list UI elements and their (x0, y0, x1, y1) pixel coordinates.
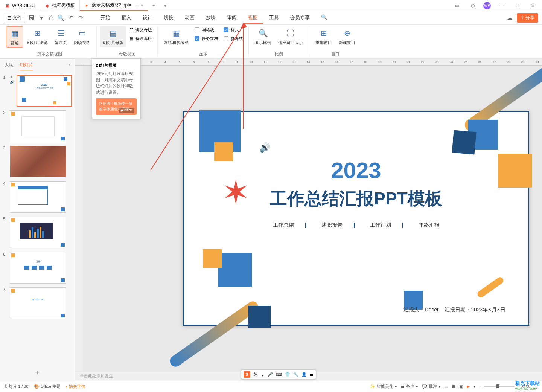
slide-master-button[interactable]: ▤ 幻灯片母版 (100, 26, 126, 47)
beautify-button[interactable]: ✨ 智能美化 ▾ (370, 384, 397, 389)
tab-document[interactable]: ▸ 演示文稿素材2.pptx ○ ▾ (80, 0, 148, 11)
slide-thumb-4[interactable] (10, 181, 66, 213)
slide-thumb-3[interactable] (10, 146, 66, 177)
notes-toggle[interactable]: ☰ 备注 ▾ (401, 384, 418, 389)
taskpane-check[interactable]: ✓ 任务窗格 (192, 35, 221, 42)
tab-insert[interactable]: 插入 (116, 12, 137, 24)
tab-tools[interactable]: 工具 (264, 12, 284, 24)
tab-menu-icon[interactable]: ○ (136, 3, 139, 8)
group-label: 比例 (275, 50, 283, 57)
ime-skin-icon[interactable]: 👕 (285, 372, 290, 377)
tab-animation[interactable]: 动画 (180, 12, 200, 24)
view-sorter-icon[interactable]: ⊞ (452, 384, 455, 389)
preview-icon[interactable]: 🔍 (58, 15, 64, 21)
folder-icon[interactable]: ▾ (38, 15, 45, 21)
cube-icon[interactable]: ⬡ (467, 0, 478, 11)
share-button[interactable]: ⇧ 分享 (517, 13, 538, 23)
save-icon[interactable]: 🖫 (28, 15, 35, 21)
slide-footer[interactable]: 汇报人：Docer 汇报日期：2023年X月X日 (403, 307, 505, 313)
slide-canvas[interactable]: ✶ 🔊 2023 工作总结汇报PPT模板 工作总结 述职报告 工作计划 年终汇报… (183, 111, 529, 326)
ime-voice-icon[interactable]: 🎤 (268, 372, 273, 377)
slide-counter[interactable]: 幻灯片 1 / 30 (5, 384, 29, 389)
tooltip-video[interactable]: 巧用PPT母版统一修改字体颜色与背景 ▶ 02:32 (96, 98, 137, 115)
canvas-area[interactable]: ✶ 🔊 2023 工作总结汇报PPT模板 工作总结 述职报告 工作计划 年终汇报… (82, 66, 542, 371)
slide-sorter-button[interactable]: ⊞ 幻灯片浏览 (24, 26, 51, 47)
outline-tab[interactable]: 大纲 (5, 62, 14, 70)
minimize-button[interactable]: — (496, 0, 507, 11)
layout-icon[interactable]: ▭ (452, 0, 462, 11)
slide-thumb-5[interactable] (10, 217, 66, 248)
ime-keyboard-icon[interactable]: ⌨ (276, 372, 282, 377)
redo-icon[interactable]: ↷ (77, 15, 84, 21)
notes-page-button[interactable]: ☰ 备注页 (52, 26, 70, 47)
handout-master-button[interactable]: ☷ 讲义母版 (127, 26, 154, 34)
tab-label: 找稻壳模板 (52, 2, 75, 9)
new-tab-button[interactable]: + (148, 0, 160, 11)
panel-close-icon[interactable]: ‹ (69, 62, 70, 70)
tab-start[interactable]: 开始 (95, 12, 116, 24)
slide-thumb-6[interactable]: 目录 (10, 252, 66, 284)
ime-user-icon[interactable]: 👤 (301, 372, 307, 377)
group-label: 母版视图 (119, 50, 136, 57)
notes-master-button[interactable]: ▦ 备注母版 (127, 35, 154, 42)
docer-icon: ◆ (45, 3, 50, 8)
zoom-out-icon[interactable]: − (480, 384, 482, 389)
statusbar: 幻灯片 1 / 30 🎨 Office 主题 • 缺失字体 ✨ 智能美化 ▾ ☰… (0, 381, 542, 392)
maximize-button[interactable]: ☐ (512, 0, 522, 11)
missing-font-warning[interactable]: • 缺失字体 (66, 384, 85, 389)
tab-templates[interactable]: ◆ 找稻壳模板 (40, 0, 80, 11)
tab-review[interactable]: 审阅 (222, 12, 242, 24)
slide-thumb-2[interactable] (10, 110, 66, 142)
guides-check[interactable]: 参考线 (221, 35, 245, 42)
view-reading-icon[interactable]: ▣ (459, 384, 463, 389)
theme-indicator[interactable]: 🎨 Office 主题 (34, 384, 61, 389)
avatar[interactable]: WP (483, 2, 491, 9)
add-slide-button[interactable]: + (0, 365, 75, 381)
tab-slideshow[interactable]: 放映 (201, 12, 221, 24)
group-label: 窗口 (331, 50, 340, 57)
search-icon[interactable]: 🔍 (316, 12, 332, 24)
undo-icon[interactable]: ↶ (67, 15, 74, 21)
zoom-button[interactable]: 🔍 显示比例 (252, 26, 274, 47)
tab-view[interactable]: 视图 (243, 12, 263, 24)
tab-transition[interactable]: 切换 (158, 12, 179, 24)
slide-thumb-1[interactable]: 2023 工作总结汇报PPT模板 (17, 75, 72, 107)
sogou-icon[interactable]: S (244, 371, 250, 378)
main-area: 大纲 幻灯片 ‹ 1 ✦🔊 2023 工作总结汇报PPT模板 2 3 4 (0, 59, 542, 381)
tab-dropdown-icon[interactable]: ▾ (141, 3, 143, 8)
ime-toolbar[interactable]: S 英 ， 🎤 ⌨ 👕 🔧 👤 ☰ (241, 369, 316, 379)
slides-tab[interactable]: 幻灯片 (20, 62, 33, 70)
reading-view-button[interactable]: ▭ 阅读视图 (71, 26, 93, 47)
app-tab[interactable]: ▣ WPS Office (0, 0, 40, 11)
comments-toggle[interactable]: 💬 批注 ▾ (422, 384, 441, 389)
decoration (168, 299, 261, 369)
view-presenter-icon[interactable]: ▾ (473, 384, 476, 389)
tab-design[interactable]: 设计 (137, 12, 158, 24)
slides-panel: 大纲 幻灯片 ‹ 1 ✦🔊 2023 工作总结汇报PPT模板 2 3 4 (0, 59, 75, 381)
ruler-check[interactable]: ✓ 标尺 (221, 26, 245, 34)
tab-list-button[interactable]: ▾ (160, 0, 171, 11)
ruler-horizontal: 2112345678910111213141516171819202122232… (75, 59, 542, 66)
zoom-slider[interactable] (484, 386, 515, 387)
slides-list[interactable]: 1 ✦🔊 2023 工作总结汇报PPT模板 2 3 4 5 6目录 7◆ PAR… (0, 73, 75, 365)
file-menu[interactable]: ☰ 文件 (4, 13, 25, 23)
gridlines-check[interactable]: 网格线 (192, 26, 221, 34)
ime-tool-icon[interactable]: 🔧 (293, 372, 298, 377)
ribbon-group-master: ▤ 幻灯片母版 ☷ 讲义母版 ▦ 备注母版 母版视图 (97, 26, 158, 57)
view-slideshow-icon[interactable]: ▶ (467, 384, 470, 389)
normal-view-button[interactable]: ▦ 普通 (6, 26, 23, 48)
close-button[interactable]: ✕ (528, 0, 538, 11)
ime-lang[interactable]: 英 (253, 372, 257, 377)
ime-punct-icon[interactable]: ， (260, 372, 265, 377)
slide-subtitles[interactable]: 工作总结 述职报告 工作计划 年终汇报 (184, 222, 528, 229)
slide-thumb-7[interactable]: ◆ PART 01 (10, 287, 66, 319)
fit-window-button[interactable]: ⛶ 适应窗口大小 (275, 26, 306, 47)
view-normal-icon[interactable]: ▭ (445, 384, 448, 389)
gridlines-button[interactable]: ▦ 网格和参考线 (161, 26, 192, 47)
print-icon[interactable]: ⎙ (48, 15, 55, 21)
ime-menu-icon[interactable]: ☰ (310, 372, 314, 377)
cloud-icon[interactable]: ☁ (506, 15, 513, 21)
arrange-windows-button[interactable]: ⊞ 重排窗口 (312, 26, 335, 47)
tab-member[interactable]: 会员专享 (285, 12, 315, 24)
new-window-button[interactable]: ⊕ 新建窗口 (336, 26, 358, 47)
